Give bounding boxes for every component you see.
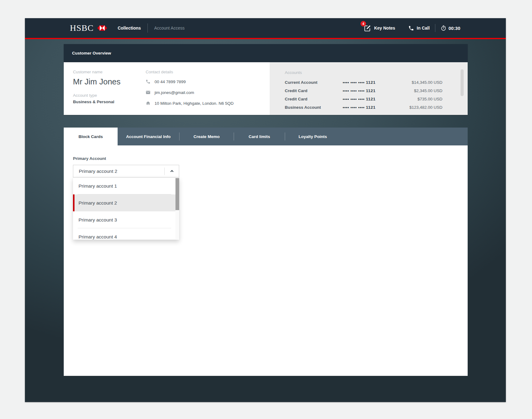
phone-icon	[146, 79, 151, 84]
dropdown-scrollbar[interactable]	[175, 178, 179, 239]
phone-icon	[408, 25, 414, 31]
in-call-label: In Call	[417, 26, 430, 31]
section-tab-bar: Block Cards Account Financial Info Creat…	[64, 128, 468, 145]
account-name: Current Account	[285, 80, 343, 85]
hsbc-wordmark: HSBC	[70, 23, 94, 33]
nav-item-collections[interactable]: Collections	[118, 26, 141, 31]
account-masked-number: •••• •••• •••• 1121	[343, 88, 414, 93]
customer-name-label: Customer name	[73, 70, 121, 74]
contact-details-label: Contact details	[146, 70, 234, 74]
home-icon	[146, 101, 151, 106]
tab-account-financial-info[interactable]: Account Financial Info	[118, 128, 179, 145]
account-row[interactable]: Credit Card •••• •••• •••• 1121 $735.00 …	[285, 95, 442, 103]
block-cards-panel: Primary Account Primary account 2 Primar…	[64, 145, 468, 376]
account-masked-number: •••• •••• •••• 1121	[343, 105, 409, 110]
option-label: Primary account 4	[79, 234, 117, 240]
top-nav-links: Collections Account Access	[118, 23, 184, 33]
nav-divider	[147, 23, 148, 33]
envelope-icon	[146, 90, 151, 95]
dropdown-scrollbar-thumb[interactable]	[175, 178, 179, 210]
key-notes-badge: 4	[361, 21, 366, 26]
topbar-divider	[435, 24, 435, 32]
accounts-scrollbar[interactable]	[461, 69, 464, 96]
primary-account-dropdown-list: Primary account 1 Primary account 2 Prim…	[73, 177, 179, 240]
customer-overview-body: Customer name Mr Jim Jones Account type …	[64, 62, 468, 115]
option-label: Primary account 2	[79, 200, 117, 206]
accounts-list: Current Account •••• •••• •••• 1121 $14,…	[285, 78, 442, 112]
dropdown-option-1[interactable]: Primary account 1	[73, 177, 179, 194]
key-notes-label: Key Notes	[374, 26, 395, 31]
account-row[interactable]: Business Account •••• •••• •••• 1121 $12…	[285, 103, 442, 112]
customer-overview-title: Customer Overview	[72, 51, 111, 55]
hsbc-logo[interactable]: HSBC	[70, 23, 107, 33]
accounts-label: Accounts	[285, 70, 442, 75]
tab-create-memo[interactable]: Create Memo	[179, 128, 234, 145]
option-label: Primary account 3	[79, 217, 117, 223]
account-name: Credit Card	[285, 97, 343, 101]
in-call-button[interactable]: In Call	[408, 25, 430, 31]
contact-phone-row: 00 44 7899 7899	[146, 78, 234, 85]
dropdown-option-4[interactable]: Primary account 4	[73, 228, 179, 240]
option-label: Primary account 1	[79, 183, 117, 189]
account-masked-number: •••• •••• •••• 1121	[343, 80, 412, 85]
account-balance: $735.00 USD	[417, 97, 442, 101]
timer-value: 00:30	[449, 26, 460, 31]
account-name: Business Account	[285, 105, 343, 110]
account-name: Credit Card	[285, 88, 343, 93]
primary-account-label: Primary Account	[73, 156, 106, 161]
account-masked-number: •••• •••• •••• 1121	[343, 97, 417, 101]
topbar-right-group: 4 Key Notes In Call 00:30	[364, 18, 460, 38]
account-type-value: Business & Personal	[73, 100, 121, 104]
call-timer: 00:30	[441, 25, 460, 31]
hsbc-hexagon-icon	[97, 25, 107, 31]
customer-overview-header: Customer Overview	[64, 44, 468, 62]
account-balance: $123,482.00 USD	[409, 105, 442, 110]
top-navigation-bar: HSBC Collections Account Access 4 Key No…	[25, 18, 506, 39]
dropdown-option-3[interactable]: Primary account 3	[73, 211, 179, 228]
account-row[interactable]: Credit Card •••• •••• •••• 1121 $2,345.0…	[285, 87, 442, 95]
contact-address-value: 10 Milton Park, Highgate, London. N6 5QD	[155, 101, 234, 106]
contact-details-section: Contact details 00 44 7899 7899 jim.jone…	[146, 70, 234, 107]
customer-name-value: Mr Jim Jones	[73, 77, 121, 87]
contact-email-value: jim.jones@gmail.com	[155, 90, 194, 95]
chevron-up-icon[interactable]	[165, 169, 179, 174]
contact-address-row: 10 Milton Park, Highgate, London. N6 5QD	[146, 100, 234, 107]
stopwatch-icon	[441, 25, 446, 31]
contact-email-row: jim.jones@gmail.com	[146, 89, 234, 96]
tab-block-cards[interactable]: Block Cards	[64, 128, 118, 145]
primary-account-selected-value: Primary account 2	[79, 169, 164, 174]
account-balance: $14,345.00 USD	[412, 80, 442, 85]
nav-item-account-access[interactable]: Account Access	[154, 26, 185, 31]
customer-overview-panel: Customer Overview Customer name Mr Jim J…	[64, 44, 468, 115]
account-type-label: Account type	[73, 93, 121, 98]
accounts-summary-section: Accounts Current Account •••• •••• •••• …	[270, 62, 468, 115]
app-window: HSBC Collections Account Access 4 Key No…	[25, 18, 506, 402]
account-row[interactable]: Current Account •••• •••• •••• 1121 $14,…	[285, 78, 442, 87]
account-balance: $2,345.00 USD	[414, 88, 442, 93]
customer-identity-section: Customer name Mr Jim Jones Account type …	[73, 70, 121, 104]
tab-loyalty-points[interactable]: Loyalty Points	[285, 128, 341, 145]
key-notes-button[interactable]: 4 Key Notes	[364, 24, 395, 32]
dropdown-option-2-selected[interactable]: Primary account 2	[73, 194, 179, 211]
selected-option-red-bar	[73, 194, 75, 211]
contact-phone-value: 00 44 7899 7899	[155, 79, 186, 84]
primary-account-select[interactable]: Primary account 2	[73, 165, 179, 177]
tab-card-limits[interactable]: Card limits	[234, 128, 285, 145]
